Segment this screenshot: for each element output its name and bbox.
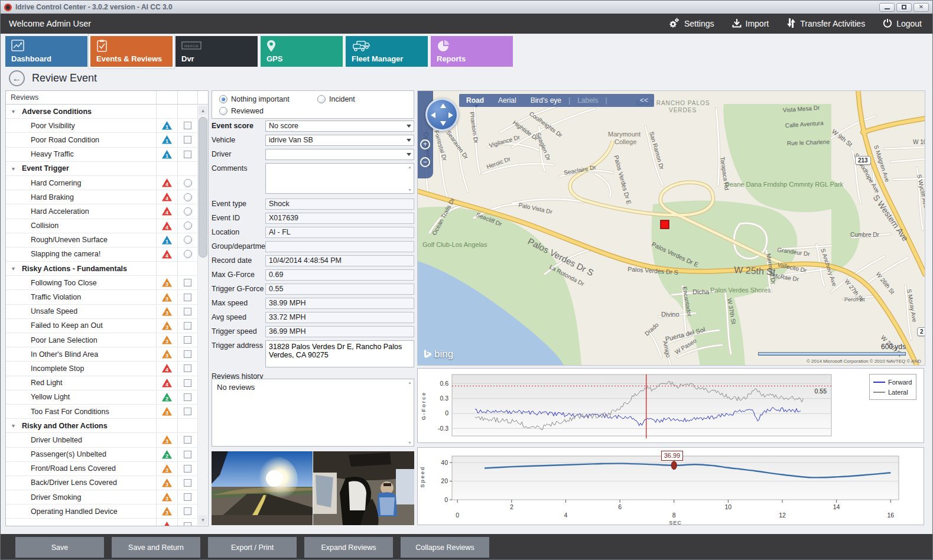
tab-dvr[interactable]: MERGEDvr	[175, 36, 258, 67]
item-radio[interactable]	[184, 222, 192, 230]
tree-item-row[interactable]: Hard Acceleration4	[6, 204, 208, 219]
item-radio[interactable]	[184, 250, 192, 258]
item-radio[interactable]	[184, 193, 192, 201]
tree-item-row[interactable]: Failed to Keep an Out3	[6, 319, 208, 333]
item-checkbox[interactable]	[184, 436, 191, 444]
tree-item-row[interactable]: Driver Unbelted3	[6, 433, 208, 447]
tree-item-row[interactable]: Back/Driver Lens Covered3	[6, 476, 208, 490]
vehicle-select[interactable]: idrive Van SB	[265, 135, 414, 146]
item-checkbox[interactable]	[184, 279, 191, 286]
tab-events-reviews[interactable]: Events & Reviews	[90, 36, 173, 67]
pan-down-icon[interactable]	[440, 121, 446, 126]
scroll-up-icon[interactable]: ▲	[199, 106, 207, 115]
tree-item-row[interactable]: Front/Road Lens Covered3	[6, 462, 208, 476]
tree-item-row[interactable]: Poor Road Condition1	[6, 133, 208, 147]
map-pan-control[interactable]	[425, 98, 459, 131]
tree-item-row[interactable]: Rough/Uneven Surface1	[6, 233, 208, 248]
item-checkbox[interactable]	[184, 294, 191, 301]
video-thumbnail-forward[interactable]	[212, 451, 313, 525]
settings-button[interactable]: Settings	[668, 18, 714, 30]
transfer-button[interactable]: Transfer Activities	[786, 18, 865, 30]
item-checkbox[interactable]	[184, 465, 191, 473]
item-checkbox[interactable]	[184, 151, 191, 158]
item-checkbox[interactable]	[184, 308, 191, 315]
item-checkbox[interactable]	[184, 350, 191, 358]
tab-reports[interactable]: Reports	[431, 36, 513, 67]
event-score-select[interactable]: No score	[265, 121, 414, 132]
tree-item-row[interactable]: Red Light4	[6, 376, 208, 390]
tree-item-row[interactable]: Driver Smoking3	[6, 490, 208, 504]
tab-gps[interactable]: GPS	[261, 36, 343, 67]
item-checkbox[interactable]	[184, 493, 191, 501]
map[interactable]: EAST RANCHO PALOSVERDESMarymountCollegeD…	[417, 90, 925, 366]
item-checkbox[interactable]	[184, 122, 191, 129]
video-thumbnail-cabin[interactable]	[313, 451, 414, 525]
export-print-button[interactable]: Export / Print	[208, 537, 297, 558]
tree-item-row[interactable]: Unsafe Speed3	[6, 305, 208, 319]
tree-item-row[interactable]: Collision4	[6, 219, 208, 233]
collapse-icon[interactable]: ▾	[12, 165, 18, 172]
tree-item-row[interactable]: Incomplete Stop4	[6, 362, 208, 376]
pan-left-icon[interactable]	[431, 112, 435, 118]
tree-group-row[interactable]: ▾Risky and Other Actions	[6, 419, 208, 433]
logout-button[interactable]: Logout	[883, 18, 922, 30]
map-view-aerial[interactable]: Aerial	[491, 96, 524, 105]
classification-reviewed[interactable]: Reviewed	[219, 107, 264, 115]
item-checkbox[interactable]	[184, 522, 191, 526]
map-view-road[interactable]: Road	[459, 96, 491, 105]
tree-item-row[interactable]: Passenger(s) Unbelted2	[6, 448, 208, 462]
tree-group-row[interactable]: ▾Event Trigger	[6, 162, 208, 176]
tree-item-row[interactable]: Following Too Close3	[6, 276, 208, 290]
tree-item-row[interactable]: 4	[6, 519, 208, 526]
import-button[interactable]: Import	[732, 18, 769, 30]
save-button[interactable]: Save	[15, 537, 104, 558]
collapse-icon[interactable]: ▾	[12, 265, 18, 272]
minimize-button[interactable]	[879, 3, 895, 12]
tree-item-row[interactable]: Too Fast For Conditions3	[6, 405, 208, 419]
item-checkbox[interactable]	[184, 451, 191, 458]
item-radio[interactable]	[184, 236, 192, 244]
item-checkbox[interactable]	[184, 479, 191, 487]
map-view-bird-s-eye[interactable]: Bird's eye	[524, 96, 568, 105]
tree-item-row[interactable]: Poor Lane Selection3	[6, 333, 208, 347]
pan-up-icon[interactable]	[440, 103, 446, 108]
comments-textarea[interactable]: ▲▼	[265, 163, 414, 194]
scroll-down-icon[interactable]: ▼	[199, 515, 207, 525]
tree-scrollbar[interactable]: ▲ ▼	[197, 105, 207, 525]
zoom-out-icon[interactable]: −	[420, 157, 430, 167]
driver-select[interactable]	[265, 149, 414, 160]
classification-incident[interactable]: Incident	[317, 95, 355, 103]
item-radio[interactable]	[184, 179, 192, 187]
collapse-icon[interactable]: ▾	[12, 422, 18, 429]
tree-item-row[interactable]: Traffic Violation3	[6, 290, 208, 304]
back-button[interactable]: ←	[9, 70, 25, 86]
tab-dashboard[interactable]: Dashboard	[5, 36, 87, 67]
tree-item-row[interactable]: Poor Visibility1	[6, 119, 208, 133]
item-checkbox[interactable]	[184, 379, 191, 387]
tree-group-row[interactable]: ▾Risky Actions - Fundamentals	[6, 262, 208, 276]
tree-item-row[interactable]: In Other's Blind Area3	[6, 347, 208, 362]
tab-fleet-manager[interactable]: Fleet Manager	[346, 36, 428, 67]
classification-nothing-important[interactable]: Nothing important	[219, 95, 290, 103]
collapse-icon[interactable]: ▾	[12, 108, 18, 115]
tree-group-row[interactable]: ▾Adverse Conditions	[6, 105, 208, 119]
item-checkbox[interactable]	[184, 364, 191, 372]
expand-reviews-button[interactable]: Expand Reviews	[304, 537, 393, 558]
item-checkbox[interactable]	[184, 336, 191, 344]
zoom-in-icon[interactable]: +	[420, 139, 430, 149]
map-collapse-button[interactable]: <<	[634, 96, 654, 105]
tree-item-row[interactable]: Slapping the camera!4	[6, 248, 208, 262]
tree-item-row[interactable]: Hard Braking4	[6, 190, 208, 204]
item-checkbox[interactable]	[184, 322, 191, 330]
tree-item-row[interactable]: Yellow Light2	[6, 390, 208, 405]
map-view-labels[interactable]: Labels	[570, 96, 605, 105]
save-and-return-button[interactable]: Save and Return	[112, 537, 200, 558]
tree-scrollbar-thumb[interactable]	[199, 117, 207, 258]
tree-item-row[interactable]: Heavy Traffic1	[6, 148, 208, 162]
item-checkbox[interactable]	[184, 408, 191, 415]
collapse-reviews-button[interactable]: Collapse Reviews	[401, 537, 489, 558]
maximize-button[interactable]	[896, 3, 912, 12]
item-checkbox[interactable]	[184, 136, 191, 144]
history-scroll-arrows[interactable]: ▲▼	[407, 380, 412, 445]
tree-item-row[interactable]: Hard Cornering4	[6, 176, 208, 190]
